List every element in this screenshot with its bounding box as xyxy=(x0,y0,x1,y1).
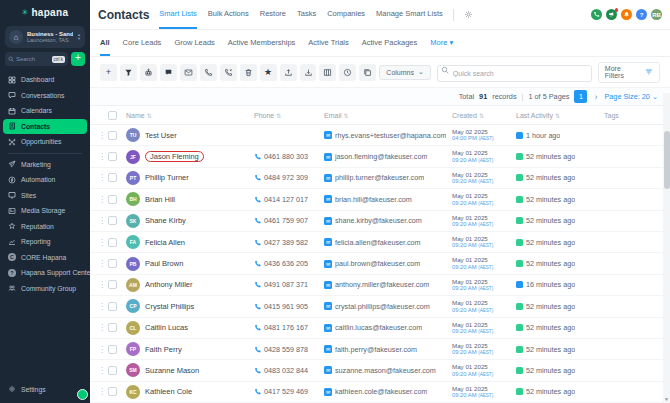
chat-beacon[interactable] xyxy=(77,389,88,400)
row-menu-icon[interactable]: ⋮ xyxy=(96,387,108,396)
smart-list-tab[interactable]: Active Packages xyxy=(362,30,417,56)
sidebar-item-sites[interactable]: Sites xyxy=(3,188,87,204)
tabs-settings-gear-icon[interactable] xyxy=(464,10,473,19)
row-menu-icon[interactable]: ⋮ xyxy=(96,259,108,268)
header-tab[interactable]: Companies xyxy=(327,0,365,29)
row-checkbox[interactable] xyxy=(108,216,117,225)
quick-search-input[interactable] xyxy=(437,65,592,82)
row-checkbox[interactable] xyxy=(108,195,117,204)
calls-icon[interactable] xyxy=(591,9,602,20)
sidebar-search-input[interactable] xyxy=(16,56,50,62)
sidebar-item-contacts[interactable]: Contacts xyxy=(3,119,87,135)
row-menu-icon[interactable]: ⋮ xyxy=(96,173,108,182)
contact-name[interactable]: Kathleen Cole xyxy=(145,387,192,396)
sidebar-item-media-storage[interactable]: Media Storage xyxy=(3,203,87,219)
select-all-checkbox[interactable] xyxy=(108,111,117,120)
history-icon[interactable] xyxy=(339,64,356,81)
table-row[interactable]: ⋮ FA Felicia Allen 0427 389 582 ✉ felici… xyxy=(90,232,670,253)
row-checkbox[interactable] xyxy=(108,131,117,140)
row-checkbox[interactable] xyxy=(108,366,117,375)
row-checkbox[interactable] xyxy=(108,280,117,289)
contact-name[interactable]: Felicia Allen xyxy=(145,238,185,247)
columns-dropdown[interactable]: Columns ⌄ xyxy=(379,65,431,80)
table-row[interactable]: ⋮ SK Shane Kirby 0461 759 907 ✉ shane.ki… xyxy=(90,211,670,232)
sidebar-item-community-group[interactable]: Community Group xyxy=(3,281,87,297)
row-checkbox[interactable] xyxy=(108,259,117,268)
more-filters-button[interactable]: More Filters xyxy=(598,62,660,83)
smart-list-tab[interactable]: More ▾ xyxy=(430,30,453,56)
smart-list-tab[interactable]: All xyxy=(100,30,110,56)
whats-new-icon[interactable] xyxy=(606,9,617,20)
table-row[interactable]: ⋮ PB Paul Brown 0436 636 205 ✉ paul.brow… xyxy=(90,253,670,274)
table-row[interactable]: ⋮ CP Crystal Phillips 0415 961 905 ✉ cry… xyxy=(90,296,670,317)
row-menu-icon[interactable]: ⋮ xyxy=(96,280,108,289)
import-icon[interactable] xyxy=(300,64,317,81)
row-checkbox[interactable] xyxy=(108,152,117,161)
contact-name[interactable]: Anthony Miller xyxy=(145,280,193,289)
table-row[interactable]: ⋮ AM Anthony Miller 0491 087 371 ✉ antho… xyxy=(90,275,670,296)
sidebar-item-marketing[interactable]: Marketing xyxy=(3,157,87,173)
sidebar-item-automation[interactable]: Automation xyxy=(3,172,87,188)
row-checkbox[interactable] xyxy=(108,173,117,182)
call-icon[interactable] xyxy=(200,64,217,81)
sidebar-item-conversations[interactable]: Conversations xyxy=(3,88,87,104)
notifications-bell-icon[interactable] xyxy=(621,9,632,20)
row-menu-icon[interactable]: ⋮ xyxy=(96,366,108,375)
sidebar-item-settings[interactable]: Settings xyxy=(3,382,87,398)
row-checkbox[interactable] xyxy=(108,302,117,311)
next-page-icon[interactable]: › xyxy=(592,92,599,102)
business-selector[interactable]: ⌂ Business - Sandbox Launceston, TAS ▲▼ xyxy=(5,26,85,48)
smart-list-tab[interactable]: Active Trials xyxy=(308,30,348,56)
contact-name[interactable]: Crystal Phillips xyxy=(145,302,194,311)
column-header-email[interactable]: Email⇅ xyxy=(324,112,452,119)
add-contact-icon[interactable]: + xyxy=(100,64,117,81)
columns-view-icon[interactable] xyxy=(319,64,336,81)
contact-name[interactable]: Brian Hill xyxy=(145,195,175,204)
row-menu-icon[interactable]: ⋮ xyxy=(96,302,108,311)
contact-name[interactable]: Paul Brown xyxy=(145,259,183,268)
header-tab[interactable]: Tasks xyxy=(297,0,316,29)
column-header-last-activity[interactable]: Last Activity⇅ xyxy=(516,112,604,119)
help-icon[interactable]: ? xyxy=(636,9,647,20)
feedback-icon[interactable] xyxy=(160,64,177,81)
contact-name[interactable]: Jason Fleming xyxy=(145,151,204,162)
quick-add-button[interactable]: + xyxy=(71,52,85,66)
smart-list-tab[interactable]: Grow Leads xyxy=(174,30,214,56)
table-row[interactable]: ⋮ KC Kathleen Cole 0417 529 469 ✉ kathle… xyxy=(90,382,670,403)
sidebar-search[interactable]: ctrl k xyxy=(5,52,68,66)
row-checkbox[interactable] xyxy=(108,345,117,354)
sidebar-item-opportunities[interactable]: Opportunities xyxy=(3,134,87,150)
current-page-button[interactable]: 1 xyxy=(574,90,587,103)
column-header-created[interactable]: Created⇅ xyxy=(452,112,516,119)
smart-list-tab[interactable]: Core Leads xyxy=(123,30,162,56)
favorite-star-icon[interactable]: ★ xyxy=(260,64,277,81)
row-checkbox[interactable] xyxy=(108,387,117,396)
user-avatar[interactable]: RB xyxy=(651,9,662,20)
row-menu-icon[interactable]: ⋮ xyxy=(96,323,108,332)
sidebar-item-dashboard[interactable]: Dashboard xyxy=(3,72,87,88)
contact-name[interactable]: Shane Kirby xyxy=(145,216,186,225)
row-menu-icon[interactable]: ⋮ xyxy=(96,152,108,161)
sidebar-item-reputation[interactable]: Reputation xyxy=(3,219,87,235)
row-menu-icon[interactable]: ⋮ xyxy=(96,131,108,140)
table-row[interactable]: ⋮ JF Jason Fleming 0461 880 303 ✉ jason.… xyxy=(90,146,670,167)
column-header-phone[interactable]: Phone⇅ xyxy=(254,112,324,119)
contact-name[interactable]: Caitlin Lucas xyxy=(145,323,188,332)
duplicate-icon[interactable] xyxy=(359,64,376,81)
automation-bot-icon[interactable] xyxy=(140,64,157,81)
contact-name[interactable]: Suzanne Mason xyxy=(145,366,199,375)
row-menu-icon[interactable]: ⋮ xyxy=(96,195,108,204)
call-block-icon[interactable] xyxy=(220,64,237,81)
row-menu-icon[interactable]: ⋮ xyxy=(96,345,108,354)
sidebar-item-calendars[interactable]: Calendars xyxy=(3,103,87,119)
contact-name[interactable]: Faith Perry xyxy=(145,345,182,354)
row-checkbox[interactable] xyxy=(108,238,117,247)
sidebar-item-core-hapana[interactable]: C CORE Hapana xyxy=(3,250,87,266)
smart-list-tab[interactable]: Active Memberships xyxy=(228,30,296,56)
header-tab[interactable]: Bulk Actions xyxy=(208,0,249,29)
table-row[interactable]: ⋮ CL Caitlin Lucas 0481 176 167 ✉ caitli… xyxy=(90,318,670,339)
table-row[interactable]: ⋮ FP Faith Perry 0428 559 878 ✉ faith.pe… xyxy=(90,339,670,360)
contact-name[interactable]: Phillip Turner xyxy=(145,173,189,182)
row-menu-icon[interactable]: ⋮ xyxy=(96,238,108,247)
email-icon[interactable] xyxy=(180,64,197,81)
